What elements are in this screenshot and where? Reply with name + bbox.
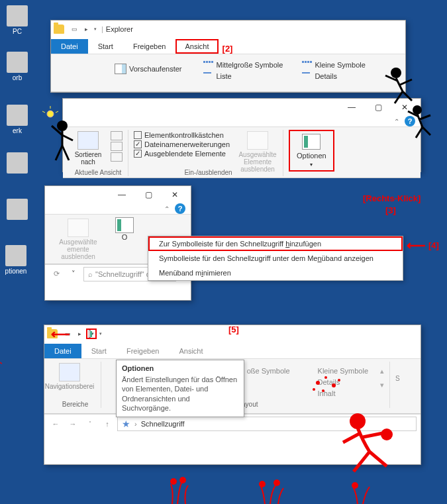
options-button[interactable]: Optionen ▾	[289, 130, 334, 172]
svg-point-38	[313, 388, 315, 391]
arrow-left-icon: ⟵	[51, 326, 70, 342]
ribbon-tabs: Datei Start Freigeben Ansicht [2]	[51, 38, 405, 54]
layout-details[interactable]: Details	[299, 71, 368, 81]
desktop-icon-label: ptionen	[0, 268, 32, 275]
svg-line-23	[343, 433, 360, 442]
hide-selected-icon	[68, 219, 89, 237]
preview-pane-icon	[115, 64, 126, 74]
svg-point-30	[260, 481, 265, 487]
svg-line-13	[400, 79, 412, 85]
annotation-2: [2]	[223, 44, 233, 54]
svg-line-24	[363, 433, 383, 437]
tab-view[interactable]: Ansicht	[169, 344, 213, 358]
collapse-ribbon-button[interactable]: ⌃	[164, 205, 170, 213]
svg-point-34	[324, 376, 327, 379]
list-icon	[203, 72, 214, 81]
back-button[interactable]: ←	[48, 417, 63, 431]
svg-point-36	[322, 389, 324, 392]
ribbon-overflow[interactable]: S	[395, 362, 415, 382]
tab-file[interactable]: Datei	[51, 39, 88, 54]
ctx-minimize-ribbon[interactable]: Menüband minimieren	[148, 266, 403, 280]
history-dropdown[interactable]: ˅	[83, 417, 97, 431]
layout-medium-icons[interactable]: Mittelgroße Symbole	[201, 60, 286, 70]
help-icon[interactable]: ?	[175, 203, 185, 214]
search-icon: ⌕	[88, 270, 93, 278]
navigation-pane-button[interactable]: Navigationsberei	[50, 362, 89, 391]
preview-pane-button[interactable]: Vorschaufenster	[115, 64, 182, 74]
pc-icon	[7, 5, 28, 26]
desktop-icon-label: orb	[1, 74, 33, 81]
qat-dropdown[interactable]: ▾	[97, 331, 104, 336]
group-by-button[interactable]	[111, 131, 123, 140]
ctx-add-to-qat[interactable]: Zur Symbolleiste für den Schnellzugriff …	[148, 236, 403, 251]
checkbox-icon: ✓	[134, 150, 142, 158]
svg-line-19	[420, 115, 430, 119]
checkbox-extensions[interactable]: ✓Dateinamenerweiterungen	[134, 140, 230, 148]
desktop-icon-control[interactable]	[1, 199, 33, 221]
qat-options-button[interactable]: ▾	[86, 328, 97, 339]
ribbon: Vorschaufenster Mittelgroße Symbole List…	[51, 54, 405, 92]
ctx-show-qat-below[interactable]: Symbolleiste für den Schnellzugriff unte…	[148, 251, 403, 266]
titlebar[interactable]: ▭ ▸ ▾ | Explorer	[51, 21, 405, 38]
group-label: Ein-/ausblenden	[134, 169, 283, 176]
context-menu: Zur Symbolleiste für den Schnellzugriff …	[148, 236, 403, 281]
titlebar[interactable]: — ▢ ✕	[63, 99, 421, 116]
qat-newfolder-button[interactable]: ▸	[74, 328, 85, 339]
options-icon	[302, 134, 321, 150]
collapse-ribbon-button[interactable]: ⌃	[394, 118, 399, 125]
dropdown-icon: ▾	[310, 162, 313, 168]
close-button[interactable]: ✕	[162, 187, 188, 202]
group-label: Bereiche	[50, 401, 101, 408]
group-label: Aktuelle Ansicht	[68, 169, 128, 176]
size-columns-button[interactable]	[111, 152, 123, 162]
minimize-button[interactable]: —	[338, 100, 365, 115]
desktop-icon-options[interactable]: ptionen	[0, 245, 32, 275]
svg-line-20	[416, 127, 422, 138]
tab-share[interactable]: Freigeben	[117, 344, 170, 358]
breadcrumb-text: Schnellzugriff	[141, 420, 185, 428]
desktop-icon-pc[interactable]: PC	[1, 5, 33, 35]
details-icon	[301, 72, 312, 81]
desktop-icon-recycle[interactable]: orb	[1, 52, 33, 81]
decorative-splatter	[305, 370, 358, 403]
refresh-button[interactable]: ⟳	[49, 267, 64, 281]
qat-dropdown[interactable]: ▾	[92, 26, 99, 32]
nav-pane-icon	[59, 363, 80, 381]
svg-line-14	[395, 91, 403, 103]
titlebar[interactable]: — ▢ ✕	[45, 186, 191, 203]
tab-file[interactable]: Datei	[44, 344, 81, 358]
tab-start[interactable]: Start	[88, 39, 123, 54]
options-icon	[5, 245, 26, 266]
window-title: Explorer	[106, 25, 133, 33]
layout-scroll-down[interactable]: ▾	[380, 381, 384, 389]
checkbox-hidden-items[interactable]: ✓Ausgeblendete Elemente	[134, 150, 230, 158]
tab-start[interactable]: Start	[81, 344, 117, 358]
desktop-icon-label: erk	[1, 127, 33, 134]
layout-gallery[interactable]: Mittelgroße Symbole Liste Kleine Symbole…	[201, 60, 368, 81]
tab-share[interactable]: Freigeben	[123, 39, 176, 54]
desktop-icon-user[interactable]	[1, 152, 33, 175]
options-button-partial[interactable]: O	[111, 217, 138, 241]
layout-scroll-up[interactable]: ▴	[380, 367, 384, 376]
folder-icon	[54, 25, 64, 34]
qat-properties-button[interactable]: ▭	[69, 24, 79, 34]
add-columns-button[interactable]	[111, 142, 123, 151]
tab-view[interactable]: Ansicht	[175, 39, 218, 54]
minimize-button[interactable]: —	[109, 187, 135, 202]
user-icon	[7, 152, 28, 174]
annotation-3-num: [3]	[385, 205, 396, 215]
small-icons-icon	[301, 60, 312, 70]
qat-newfolder-button[interactable]: ▸	[81, 24, 91, 34]
svg-line-21	[422, 127, 430, 135]
maximize-button[interactable]: ▢	[135, 187, 162, 202]
up-button[interactable]: ↑	[100, 417, 115, 431]
svg-line-4	[56, 146, 62, 160]
layout-list[interactable]: Liste	[201, 71, 286, 81]
layout-small-icons[interactable]: Kleine Symbole	[299, 60, 368, 70]
svg-point-31	[274, 480, 279, 485]
dropdown-button[interactable]: ˅	[66, 267, 81, 281]
hide-selected-button[interactable]: Ausgewählte emente ausblenden	[50, 217, 106, 262]
desktop-icon-network[interactable]: erk	[1, 105, 33, 134]
forward-button[interactable]: →	[66, 417, 80, 431]
checkbox-item-boxes[interactable]: Elementkontrollkästchen	[134, 131, 230, 139]
